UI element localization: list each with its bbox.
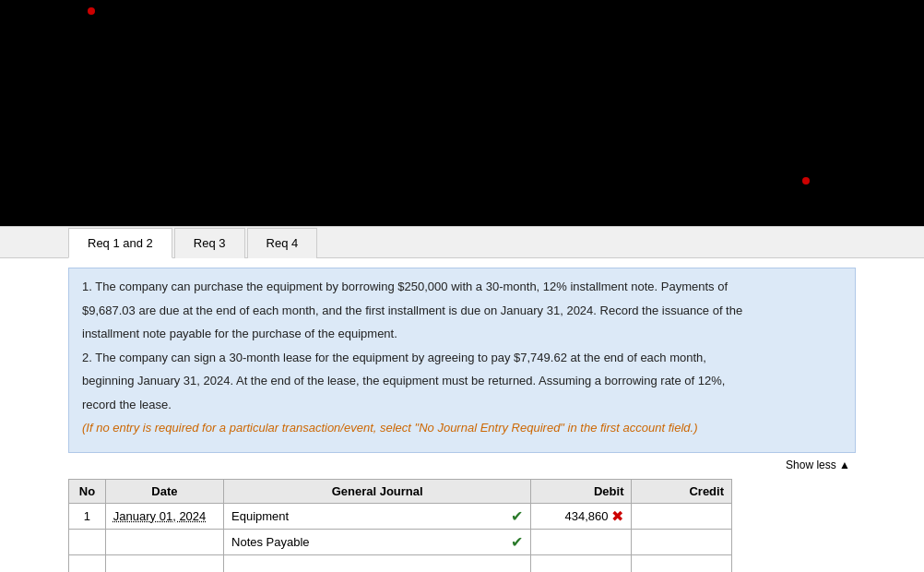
row1sub-check-icon: ✔ [511,533,523,551]
instruction-line6: record the lease. [82,396,842,414]
row1-debit: 434,860 ✖ [531,503,632,529]
instructions-box: 1. The company can purchase the equipmen… [68,268,856,453]
table-header-row: No Date General Journal Debit Credit [69,479,732,503]
th-date: Date [105,479,223,503]
row1-error-icon: ✖ [611,507,623,525]
th-no: No [69,479,106,503]
red-dot-right [802,177,810,185]
row1sub-debit [531,529,632,554]
content-area: 1. The company can purchase the equipmen… [0,257,924,572]
show-less-link[interactable]: Show less [786,459,850,471]
journal-table: No Date General Journal Debit Credit 1 J… [68,479,732,573]
table-container: No Date General Journal Debit Credit 1 J… [68,479,856,573]
instruction-line4: 2. The company can sign a 30-month lease… [82,349,842,367]
table-row: 1 January 01, 2024 Equipment ✔ 434,860 ✖ [69,503,732,529]
instruction-orange: (If no entry is required for a particula… [82,419,842,437]
row1-credit [632,503,732,529]
show-less-bar: Show less [0,453,924,471]
row1-check-icon: ✔ [511,507,523,525]
th-general-journal: General Journal [224,479,531,503]
th-credit: Credit [632,479,732,503]
instruction-line1: 1. The company can purchase the equipmen… [82,278,842,296]
row1-no: 1 [69,503,106,529]
instruction-line5: beginning January 31, 2024. At the end o… [82,372,842,390]
row1sub-journal: Notes Payable ✔ [224,529,531,554]
row1sub-no [69,529,106,554]
row1-date: January 01, 2024 [105,503,223,529]
black-header [0,0,924,226]
table-row-empty [69,554,732,572]
row1-journal: Equipment ✔ [224,503,531,529]
instruction-line3: installment note payable for the purchas… [82,325,842,343]
th-debit: Debit [531,479,632,503]
tabs-bar: Req 1 and 2 Req 3 Req 4 [0,226,924,257]
tab-req3[interactable]: Req 3 [174,228,245,258]
red-dot-top [88,7,95,15]
instruction-line2: $9,687.03 are due at the end of each mon… [82,302,842,320]
row1sub-credit [632,529,732,554]
table-row: Notes Payable ✔ [69,529,732,554]
tab-req1and2[interactable]: Req 1 and 2 [68,228,172,258]
row1sub-date [105,529,223,554]
tab-req4[interactable]: Req 4 [247,228,318,258]
